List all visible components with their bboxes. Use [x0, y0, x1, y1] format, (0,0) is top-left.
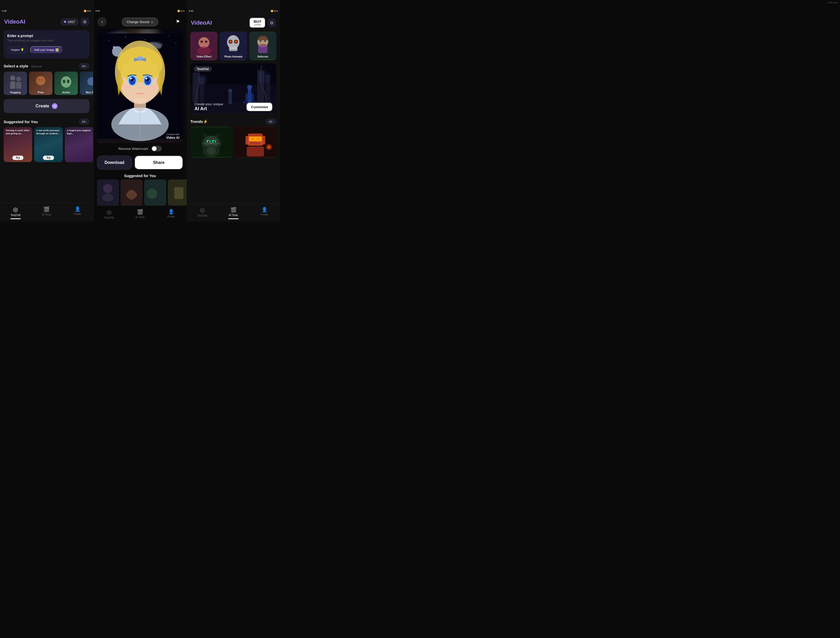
- video-watermark: Created with Video AI: [166, 133, 179, 139]
- svg-point-13: [125, 37, 126, 38]
- center-sug-4[interactable]: [168, 179, 187, 206]
- trend-item-2[interactable]: [234, 127, 276, 158]
- suggested-all-button[interactable]: All ›: [79, 119, 90, 125]
- svg-point-12: [109, 40, 109, 41]
- nav-profile-label-left: Profile: [74, 213, 81, 215]
- nav-text2vid-left[interactable]: ◎ Text2Vid: [0, 205, 31, 220]
- svg-rect-111: [249, 142, 261, 144]
- svg-point-6: [41, 79, 44, 81]
- style-hugging[interactable]: Hugging: [4, 71, 27, 95]
- svg-point-43: [102, 194, 114, 201]
- watermark-toggle[interactable]: [152, 146, 162, 152]
- back-button[interactable]: ‹: [98, 17, 107, 27]
- nav-aitools-icon-center: 🎬: [137, 209, 144, 215]
- center-sug-3[interactable]: [144, 179, 166, 206]
- style-section-title: Select a style Optional: [4, 64, 42, 68]
- nav-aitools-center[interactable]: 🎬 AI Tools: [125, 208, 156, 220]
- flag-button[interactable]: ⚑: [173, 17, 183, 27]
- svg-point-38: [123, 85, 131, 89]
- svg-point-0: [10, 76, 15, 81]
- style-anime-label: Anime: [54, 91, 78, 94]
- status-icons-center: 📶61%: [177, 10, 185, 12]
- trends-all-button[interactable]: All ›: [266, 119, 276, 125]
- right-header: VideoAI BUY credits ⚙: [187, 14, 280, 30]
- svg-rect-62: [232, 48, 234, 50]
- svg-point-79: [247, 85, 252, 89]
- suggested-try-2[interactable]: Try: [43, 156, 54, 160]
- nav-profile-left[interactable]: 👤 Profile: [62, 205, 93, 220]
- nav-aitools-label-center: AI Tools: [135, 216, 144, 218]
- music-icon: ♫: [151, 20, 153, 24]
- credits-value: 2457: [68, 20, 75, 24]
- add-image-button[interactable]: Add your Image 🖼️: [30, 46, 63, 54]
- action-buttons: Download Share: [93, 154, 187, 171]
- ai-art-subtitle: Create your unique: [194, 102, 223, 106]
- status-bar-left: 4:40 📶50%: [0, 7, 93, 14]
- change-sound-label: Change Sound: [127, 20, 149, 24]
- nav-text2vid-icon-left: ◎: [13, 206, 18, 213]
- style-pixar[interactable]: Pixar: [29, 71, 52, 95]
- suggested-item-1[interactable]: Turning to each other and giving ea... T…: [4, 127, 32, 162]
- center-suggested-row: [93, 179, 187, 206]
- center-top-controls: ‹ Change Sound ♫ ⚑: [93, 14, 187, 29]
- svg-rect-1: [10, 81, 15, 89]
- style-mon[interactable]: Mon Sket: [80, 71, 93, 95]
- feature-photo-animate-label: Photo Animate: [219, 55, 247, 58]
- center-suggested-title: Suggested for You: [93, 171, 187, 179]
- customize-button[interactable]: Customize: [246, 103, 273, 111]
- nav-text2vid-right[interactable]: ◎ Text2Vid: [187, 206, 218, 220]
- nav-aitools-left[interactable]: 🎬 AI Tools: [31, 205, 62, 220]
- style-section-header: Select a style Optional All ›: [0, 61, 93, 71]
- settings-button-right[interactable]: ⚙: [268, 19, 276, 27]
- style-anime[interactable]: Anime: [54, 71, 78, 95]
- prompt-area[interactable]: Enter a prompt Turn anything you imagine…: [4, 30, 90, 59]
- feature-video-effect[interactable]: Video Effect: [190, 32, 218, 60]
- settings-button[interactable]: ⚙: [81, 17, 89, 26]
- credits-button[interactable]: 2457: [61, 18, 79, 25]
- left-panel: 4:40 📶50% VideoAI 2457 ⚙ Enter a prompt …: [0, 0, 93, 222]
- svg-point-35: [145, 78, 147, 79]
- svg-rect-109: [251, 138, 255, 140]
- svg-rect-78: [248, 89, 251, 103]
- ai-art-section: Text2Vid Create your unique AI Art Custo…: [190, 63, 276, 115]
- feature-deforum-label: Deforum: [249, 55, 276, 58]
- nav-profile-center[interactable]: 👤 Profile: [156, 208, 187, 220]
- nav-aitools-label-left: AI Tools: [42, 213, 51, 216]
- svg-point-85: [197, 75, 207, 85]
- trend-item-1[interactable]: [190, 127, 232, 158]
- nav-profile-right[interactable]: 👤 Profile: [249, 206, 280, 220]
- download-button[interactable]: Download: [97, 156, 132, 169]
- trends-section: Trends⚡ All ›: [187, 117, 280, 159]
- suggested-item-3[interactable]: A teapot pou magical liqui...: [65, 127, 93, 162]
- nav-aitools-right[interactable]: 🎬 AI Tools: [218, 206, 249, 220]
- change-sound-button[interactable]: Change Sound ♫: [122, 17, 158, 26]
- svg-point-7: [61, 76, 71, 88]
- style-all-button[interactable]: All ›: [79, 63, 90, 69]
- center-sug-1[interactable]: [97, 179, 119, 206]
- svg-point-8: [63, 80, 65, 83]
- nav-text2vid-center[interactable]: ◎ Text2Vid: [93, 208, 125, 220]
- svg-point-104: [207, 147, 216, 155]
- app-title-right: VideoAI: [191, 19, 212, 26]
- svg-point-118: [268, 146, 270, 148]
- buy-credits-button[interactable]: BUY credits: [249, 17, 265, 28]
- status-center: 4:54 📶61%: [93, 7, 187, 14]
- inspire-button[interactable]: Inspire 💡: [7, 46, 28, 54]
- share-button[interactable]: Share: [134, 156, 183, 169]
- feature-photo-animate[interactable]: Photo Animate: [219, 32, 247, 60]
- feature-deforum[interactable]: Deforum: [249, 32, 276, 60]
- style-pixar-label: Pixar: [29, 91, 52, 94]
- app-title-left: VideoAI: [4, 18, 25, 25]
- prompt-buttons: Inspire 💡 Add your Image 🖼️: [7, 46, 86, 54]
- suggested-text-2: A sea turtle journeys through an underw.…: [36, 129, 61, 135]
- nav-aitools-icon-left: 🎬: [43, 206, 50, 212]
- center-sug-2[interactable]: [120, 179, 142, 206]
- nav-profile-label-center: Profile: [167, 215, 175, 218]
- bottom-nav-right: ◎ Text2Vid 🎬 AI Tools 👤 Profile: [187, 203, 280, 222]
- svg-point-42: [103, 184, 112, 193]
- nav-aitools-icon-right: 🎬: [230, 207, 237, 213]
- create-button[interactable]: Create 1 1: [4, 99, 90, 113]
- suggested-try-1[interactable]: Try: [12, 156, 23, 160]
- svg-point-2: [16, 76, 21, 81]
- suggested-item-2[interactable]: A sea turtle journeys through an underw.…: [34, 127, 63, 162]
